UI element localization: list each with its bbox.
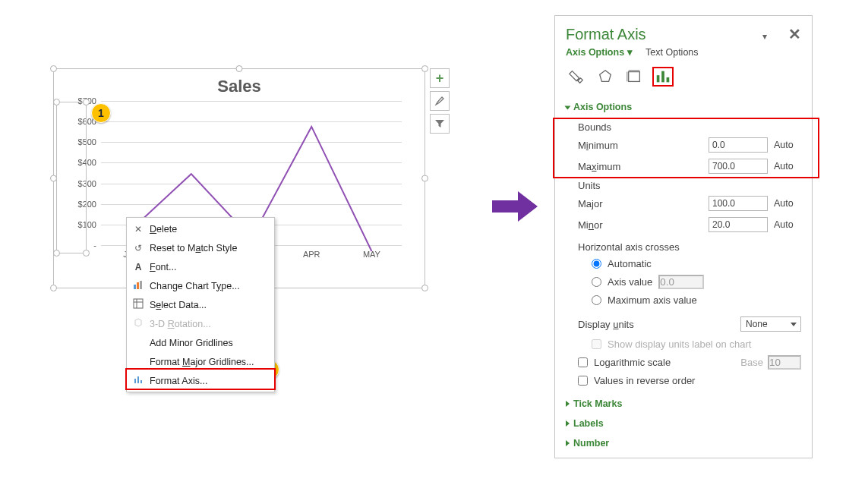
automatic-label: Automatic (608, 258, 652, 269)
svg-rect-8 (140, 380, 142, 383)
minimum-label: Minimum (578, 140, 618, 151)
radio-max-axis-value[interactable] (592, 295, 601, 305)
funnel-icon (434, 118, 445, 129)
auto-label: Auto (774, 140, 801, 150)
close-icon[interactable]: ✕ (788, 26, 801, 43)
selection-handle[interactable] (83, 99, 90, 105)
checkbox-reverse-order[interactable] (578, 376, 588, 386)
log-scale-label: Logarithmic scale (594, 357, 671, 368)
menu-item-label: Add Minor Gridlines (150, 338, 233, 348)
brush-icon (434, 95, 446, 107)
svg-marker-9 (600, 71, 611, 82)
reset-icon: ↺ (131, 243, 145, 253)
context-menu-font[interactable]: AFont... (127, 257, 274, 276)
auto-label: Auto (774, 161, 801, 172)
select-data-icon (131, 298, 145, 311)
svg-rect-14 (661, 71, 664, 83)
radio-automatic[interactable] (592, 259, 601, 269)
maximum-label: Maximum (578, 161, 620, 172)
context-menu-delete[interactable]: ✕Delete (127, 219, 274, 238)
auto-label: Auto (774, 198, 801, 209)
effects-icon[interactable] (595, 67, 616, 87)
svg-rect-13 (657, 75, 660, 82)
svg-rect-15 (667, 77, 670, 82)
tab-text-options[interactable]: Text Options (645, 47, 698, 58)
show-units-label: Show display units label on chart (608, 338, 751, 350)
fill-line-icon[interactable] (566, 67, 587, 87)
font-a-icon: A (131, 262, 145, 272)
selection-handle[interactable] (53, 99, 60, 105)
format-axis-panel: Format Axis ▾ ✕ Axis Options ▾ Text Opti… (554, 15, 813, 458)
base-input[interactable] (768, 355, 801, 370)
section-number[interactable]: Number (555, 433, 812, 458)
yaxis-selection[interactable] (56, 102, 87, 253)
size-properties-icon[interactable] (623, 67, 645, 87)
panel-menu-dropdown[interactable]: ▾ (762, 31, 767, 42)
callout-badge-1: 1 (91, 103, 111, 123)
chart-add-element-button[interactable]: + (430, 68, 450, 88)
base-label: Base (740, 357, 763, 368)
bounds-label: Bounds (578, 121, 801, 133)
selection-handle[interactable] (83, 250, 90, 257)
horizontal-axis-crosses-label: Horizontal axis crosses (578, 241, 801, 253)
context-menu-add-minor-gridlines[interactable]: Add Minor Gridlines (127, 333, 274, 352)
axis-icon (131, 374, 145, 387)
axis-value-input[interactable] (658, 275, 704, 289)
selection-handle[interactable] (50, 285, 57, 291)
svg-rect-0 (134, 285, 136, 289)
svg-rect-1 (137, 282, 139, 289)
svg-rect-6 (134, 379, 136, 383)
context-menu-reset-style[interactable]: ↺Reset to Match Style (127, 238, 274, 257)
chart-title[interactable]: Sales (54, 69, 425, 101)
minor-unit-input[interactable] (709, 217, 768, 232)
context-menu-change-chart-type[interactable]: Change Chart Type... (127, 276, 274, 295)
selection-handle[interactable] (236, 65, 243, 72)
chart-styles-button[interactable] (430, 91, 450, 111)
context-menu-3d-rotation: 3-D Rotation... (127, 314, 274, 333)
chart-type-icon (131, 279, 145, 292)
auto-label: Auto (774, 219, 801, 230)
section-tick-marks[interactable]: Tick Marks (555, 394, 812, 414)
units-label: Units (578, 180, 801, 191)
radio-axis-value[interactable] (592, 277, 601, 287)
context-menu: ✕Delete ↺Reset to Match Style AFont... C… (126, 217, 275, 392)
svg-rect-2 (140, 281, 142, 289)
selection-handle[interactable] (53, 250, 60, 257)
reverse-order-label: Values in reverse order (594, 375, 695, 386)
selection-handle[interactable] (50, 65, 57, 72)
checkbox-show-units-label (592, 339, 601, 349)
display-units-label: Display units (578, 319, 634, 330)
ytick[interactable]: - (93, 241, 101, 250)
svg-rect-3 (134, 299, 143, 308)
svg-rect-10 (629, 72, 640, 82)
max-axis-value-label: Maximum axis value (608, 294, 697, 306)
selection-handle[interactable] (421, 65, 428, 72)
arrow-icon (492, 190, 538, 226)
minor-label: Minor (578, 219, 603, 231)
panel-title: Format Axis (566, 26, 646, 43)
selection-handle[interactable] (421, 175, 428, 182)
section-axis-options[interactable]: Axis Options (555, 97, 812, 117)
axis-options-icon[interactable] (652, 67, 674, 87)
section-labels[interactable]: Labels (555, 414, 812, 433)
axis-value-label: Axis value (608, 276, 652, 288)
x-icon: ✕ (131, 224, 145, 235)
chart-filter-button[interactable] (430, 114, 450, 134)
major-label: Major (578, 198, 603, 209)
svg-rect-7 (137, 376, 139, 383)
cube-icon (131, 317, 145, 330)
context-menu-format-major-gridlines[interactable]: Format Major Gridlines... (127, 352, 274, 371)
tab-axis-options[interactable]: Axis Options ▾ (566, 46, 633, 58)
major-unit-input[interactable] (709, 196, 768, 211)
minimum-input[interactable] (709, 137, 768, 153)
context-menu-format-axis[interactable]: Format Axis... (127, 371, 274, 390)
selection-handle[interactable] (421, 285, 428, 291)
checkbox-log-scale[interactable] (578, 357, 588, 367)
display-units-select[interactable]: None (740, 316, 801, 332)
maximum-input[interactable] (709, 159, 768, 174)
context-menu-select-data[interactable]: Select Data... (127, 295, 274, 314)
